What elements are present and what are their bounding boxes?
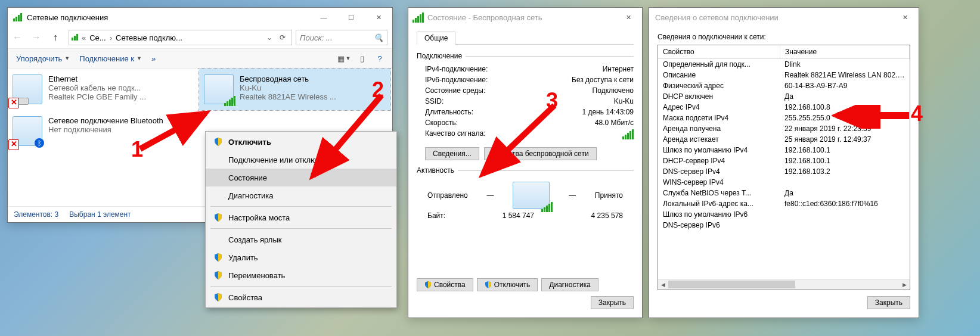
detail-value: 192.168.100.8 (780, 102, 910, 112)
wireless-properties-button[interactable]: Свойства беспроводной сети (484, 147, 597, 160)
close-button[interactable]: ✕ (615, 8, 642, 27)
shield-icon (424, 281, 432, 288)
status-value: 48.0 Мбит/с (595, 119, 634, 127)
disable-button[interactable]: Отключить (477, 278, 538, 291)
detail-row[interactable]: DNS-сервер IPv6 (658, 220, 910, 231)
ethernet-icon: ✕ (13, 74, 42, 104)
grid-header[interactable]: Свойство Значение (658, 45, 910, 59)
overflow-button[interactable]: » (148, 53, 159, 64)
detail-row[interactable]: Маска подсети IPv4255.255.255.0 (658, 113, 910, 123)
status-key: IPv4-подключение: (425, 65, 488, 73)
scroll-right-button[interactable]: ▶ (900, 279, 910, 290)
menu-item-label: Отключить (228, 138, 271, 147)
menu-item[interactable]: Настройка моста (206, 209, 396, 226)
breadcrumb-sep: « (82, 33, 86, 42)
received-label: Принято (595, 191, 623, 200)
detail-row[interactable]: Шлюз по умолчанию IPv4192.168.100.1 (658, 145, 910, 155)
address-bar[interactable]: « Се... › Сетевые подклю... ⌄ ⟳ (69, 30, 292, 45)
detail-row[interactable]: DNS-сервер IPv4192.168.103.2 (658, 166, 910, 177)
menu-item-label: Создать ярлык (228, 235, 281, 244)
detail-row[interactable]: ОписаниеRealtek 8821AE Wireless LAN 802.… (658, 70, 910, 80)
detail-key: Описание (658, 70, 780, 80)
horizontal-scrollbar[interactable]: ◀ ▶ (658, 279, 910, 290)
details-button[interactable]: Сведения... (425, 147, 479, 160)
view-button[interactable]: ▦▼ (336, 52, 352, 65)
menu-item-label: Подключение или отключение (228, 155, 337, 164)
breadcrumb-item[interactable]: Сетевые подклю... (116, 33, 182, 42)
scroll-thumb[interactable] (668, 281, 795, 288)
organize-button[interactable]: Упорядочить▼ (13, 53, 73, 64)
shield-icon (214, 253, 222, 262)
maximize-button[interactable]: ☐ (337, 8, 365, 27)
status-window: Состояние - Беспроводная сеть ✕ Общие По… (408, 7, 643, 318)
menu-item-label: Удалить (228, 253, 258, 262)
menu-item[interactable]: Создать ярлык (206, 231, 396, 248)
detail-row[interactable]: WINS-сервер IPv4 (658, 177, 910, 188)
minimize-button[interactable]: — (310, 8, 337, 27)
detail-row[interactable]: Локальный IPv6-адрес ка...fe80::c1ed:636… (658, 198, 910, 209)
detail-row[interactable]: Аренда получена22 января 2019 г. 22:23:3… (658, 123, 910, 134)
scroll-left-button[interactable]: ◀ (658, 279, 668, 290)
close-button[interactable]: ✕ (891, 8, 919, 27)
status-row: SSID:Ku-Ku (417, 96, 634, 107)
search-input[interactable]: Поиск: ... 🔍 (296, 30, 387, 45)
breadcrumb-item[interactable]: Се... (89, 33, 106, 42)
menu-item[interactable]: Отключить (206, 133, 396, 151)
details-grid: Свойство Значение Определенный для подк.… (658, 45, 910, 290)
refresh-button[interactable]: ⟳ (276, 33, 289, 42)
diagnose-button[interactable]: Диагностика (541, 278, 598, 291)
status-value: Ku-Ku (614, 97, 634, 105)
close-button[interactable]: Закрыть (591, 296, 634, 309)
shield-icon (214, 213, 222, 222)
computer-icon (513, 182, 550, 209)
titlebar[interactable]: Сведения о сетевом подключении ✕ (649, 8, 919, 27)
search-icon: 🔍 (374, 33, 383, 42)
titlebar[interactable]: Сетевые подключения — ☐ ✕ (8, 8, 392, 27)
connection-item-ethernet[interactable]: ✕ Ethernet Сетевой кабель не подк... Rea… (8, 69, 199, 110)
menu-item-label: Переименовать (228, 271, 285, 280)
shield-icon (214, 155, 222, 164)
close-button[interactable]: Закрыть (867, 296, 910, 309)
status-value (622, 129, 634, 141)
wifi-icon (204, 74, 234, 104)
col-property[interactable]: Свойство (658, 45, 780, 58)
detail-row[interactable]: Адрес IPv4192.168.100.8 (658, 102, 910, 113)
col-value[interactable]: Значение (780, 45, 910, 58)
connection-item-wireless[interactable]: Беспроводная сеть Ku-Ku Realtek 8821AE W… (199, 69, 390, 110)
up-button[interactable]: ↑ (47, 29, 64, 46)
bytes-sent: 1 584 747 (503, 211, 534, 220)
detail-row[interactable]: DHCP включенДа (658, 91, 910, 102)
menu-item[interactable]: Удалить (206, 248, 396, 266)
detail-value: Realtek 8821AE Wireless LAN 802.11ac PCI… (780, 70, 910, 80)
connection-details-window: Сведения о сетевом подключении ✕ Сведени… (649, 7, 919, 318)
connection-name: Беспроводная сеть (240, 74, 336, 83)
detail-row[interactable]: Физический адрес60-14-B3-A9-B7-A9 (658, 80, 910, 91)
connection-item-bluetooth[interactable]: ✕ᛒ Сетевое подключение Bluetooth Нет под… (8, 110, 199, 152)
connect-to-button[interactable]: Подключение к▼ (76, 53, 145, 64)
menu-item[interactable]: Подключение или отключение (206, 151, 396, 169)
help-button[interactable]: ? (372, 52, 387, 65)
status-key: SSID: (425, 97, 444, 105)
detail-row[interactable]: Служба NetBIOS через T...Да (658, 188, 910, 198)
back-button[interactable]: ← (9, 29, 26, 46)
detail-row[interactable]: Определенный для подк...Dlink (658, 59, 910, 70)
detail-value: 255.255.255.0 (780, 113, 910, 123)
menu-item[interactable]: Диагностика (206, 186, 396, 204)
close-button[interactable]: ✕ (365, 8, 392, 27)
menu-item[interactable]: Состояние (206, 169, 396, 186)
menu-item[interactable]: Свойства (206, 288, 396, 306)
detail-row[interactable]: Шлюз по умолчанию IPv6 (658, 209, 910, 220)
preview-pane-button[interactable]: ▯ (354, 52, 370, 65)
titlebar[interactable]: Состояние - Беспроводная сеть ✕ (408, 8, 642, 27)
shield-icon (214, 191, 222, 200)
detail-row[interactable]: DHCP-сервер IPv4192.168.100.1 (658, 155, 910, 166)
dropdown-button[interactable]: ⌄ (263, 33, 276, 42)
detail-key: DHCP включен (658, 92, 780, 101)
menu-item-label: Настройка моста (228, 213, 290, 222)
detail-key: Определенный для подк... (658, 60, 780, 69)
tab-general[interactable]: Общие (417, 32, 455, 45)
properties-button[interactable]: Свойства (417, 278, 473, 291)
menu-item[interactable]: Переименовать (206, 266, 396, 284)
detail-row[interactable]: Аренда истекает25 января 2019 г. 12:49:3… (658, 134, 910, 145)
chevron-right-icon[interactable]: › (110, 33, 112, 42)
